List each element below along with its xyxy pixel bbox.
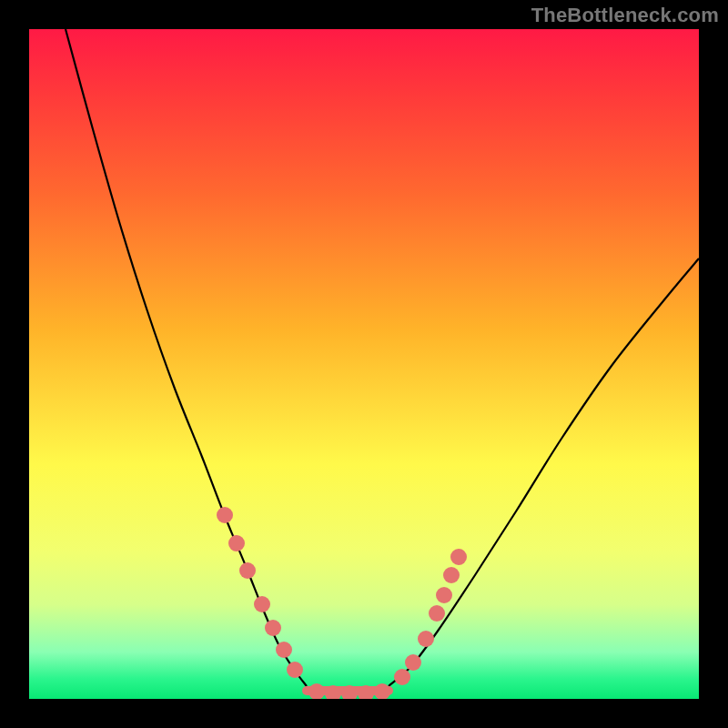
watermark-text: TheBottleneck.com [531,4,719,27]
left-curve-path [66,29,307,686]
data-point [418,631,434,647]
data-point [436,587,452,603]
chart-frame: TheBottleneck.com [0,0,728,728]
data-point [239,562,256,579]
data-point [341,685,358,699]
right-curve-path [389,258,699,686]
marker-group [217,507,467,699]
data-point [429,605,445,622]
chart-svg [29,29,699,699]
data-point [254,596,270,612]
data-point [276,642,292,658]
data-point [228,535,245,551]
data-point [217,507,233,523]
data-point [265,620,281,636]
data-point [450,549,467,565]
data-point [287,662,303,678]
data-point [443,567,460,583]
plot-area [29,29,699,699]
data-point [308,683,325,699]
curve-group [66,29,699,691]
data-point [394,669,410,685]
data-point [358,685,374,699]
data-point [374,683,390,699]
data-point [325,685,341,699]
data-point [405,654,421,671]
